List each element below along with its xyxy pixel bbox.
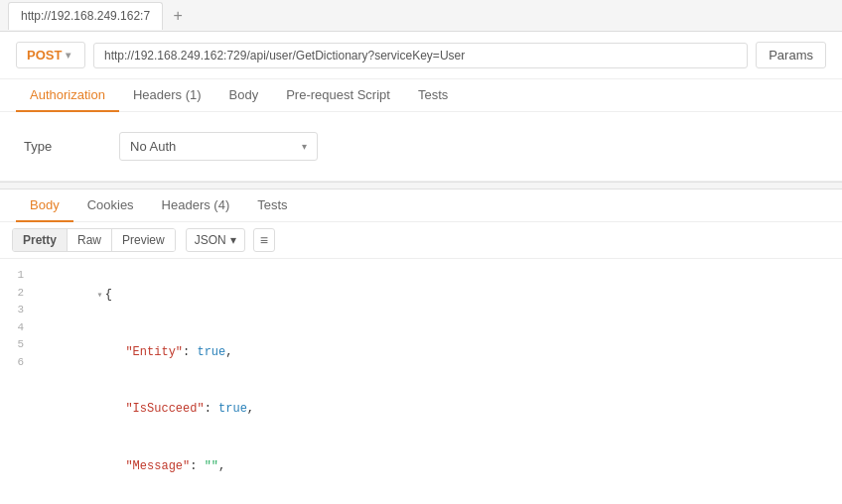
add-tab-button[interactable]: + (167, 5, 189, 27)
auth-type-value: No Auth (130, 139, 176, 154)
line-num-6: 6 (8, 354, 24, 372)
json-label: JSON (195, 233, 226, 247)
code-line-3: "IsSucceed": true, (40, 381, 834, 439)
line-num-4: 4 (8, 319, 24, 337)
request-tabs: Authorization Headers (1) Body Pre-reque… (0, 79, 842, 112)
tab-prerequest[interactable]: Pre-request Script (272, 79, 404, 112)
auth-row: Type No Auth ▾ (24, 132, 818, 161)
auth-type-select[interactable]: No Auth ▾ (119, 132, 318, 161)
code-line-5: "StatusCode": 200 (40, 495, 834, 504)
add-icon: + (173, 7, 182, 25)
code-line-1: ▾{ (40, 267, 834, 324)
preview-button[interactable]: Preview (112, 229, 175, 251)
url-input[interactable] (93, 43, 748, 68)
line-num-5: 5 (8, 336, 24, 354)
request-bar: POST ▾ Params (0, 32, 842, 79)
tab-body-resp[interactable]: Body (16, 189, 73, 222)
code-line-4: "Message": "", (40, 439, 834, 496)
format-btn-group: Pretty Raw Preview (12, 228, 176, 252)
filter-icon[interactable]: ≡ (253, 228, 275, 252)
tab-authorization[interactable]: Authorization (16, 79, 119, 112)
auth-select-chevron-icon: ▾ (302, 141, 307, 152)
line-num-3: 3 (8, 302, 24, 319)
method-selector[interactable]: POST ▾ (16, 42, 85, 68)
json-chevron-icon: ▾ (230, 233, 236, 247)
top-tab-label: http://192.168.249.162:7 (21, 9, 150, 23)
line-num-2: 2 (8, 285, 24, 303)
pretty-button[interactable]: Pretty (13, 229, 68, 251)
code-content: ▾{ "Entity": true, "IsSucceed": true, "M… (32, 267, 842, 504)
code-area: 1 2 3 4 5 6 ▾{ "Entity": true, "IsSuccee… (0, 259, 842, 504)
code-line-2: "Entity": true, (40, 324, 834, 382)
response-section: Body Cookies Headers (4) Tests Pretty Ra… (0, 189, 842, 504)
method-chevron-icon: ▾ (66, 50, 70, 61)
line-num-1: 1 (8, 267, 24, 285)
line-numbers: 1 2 3 4 5 6 (0, 267, 32, 504)
collapse-arrow-icon[interactable]: ▾ (97, 290, 103, 301)
response-tabs: Body Cookies Headers (4) Tests (0, 189, 842, 222)
json-format-select[interactable]: JSON ▾ (186, 228, 245, 252)
tab-cookies[interactable]: Cookies (73, 189, 148, 222)
body-toolbar: Pretty Raw Preview JSON ▾ ≡ (0, 222, 842, 259)
auth-section: Type No Auth ▾ (0, 112, 842, 182)
tab-headers-resp[interactable]: Headers (4) (148, 189, 244, 222)
params-button[interactable]: Params (756, 42, 826, 68)
tab-headers[interactable]: Headers (1) (119, 79, 215, 112)
tab-tests-req[interactable]: Tests (404, 79, 462, 112)
tab-body-req[interactable]: Body (215, 79, 273, 112)
section-divider (0, 182, 842, 189)
raw-button[interactable]: Raw (68, 229, 112, 251)
top-tab-bar: http://192.168.249.162:7 + (0, 0, 842, 32)
top-tab[interactable]: http://192.168.249.162:7 (8, 2, 163, 30)
filter-symbol: ≡ (260, 232, 268, 248)
tab-tests-resp[interactable]: Tests (243, 189, 301, 222)
method-label: POST (27, 48, 62, 63)
auth-type-label: Type (24, 139, 103, 154)
